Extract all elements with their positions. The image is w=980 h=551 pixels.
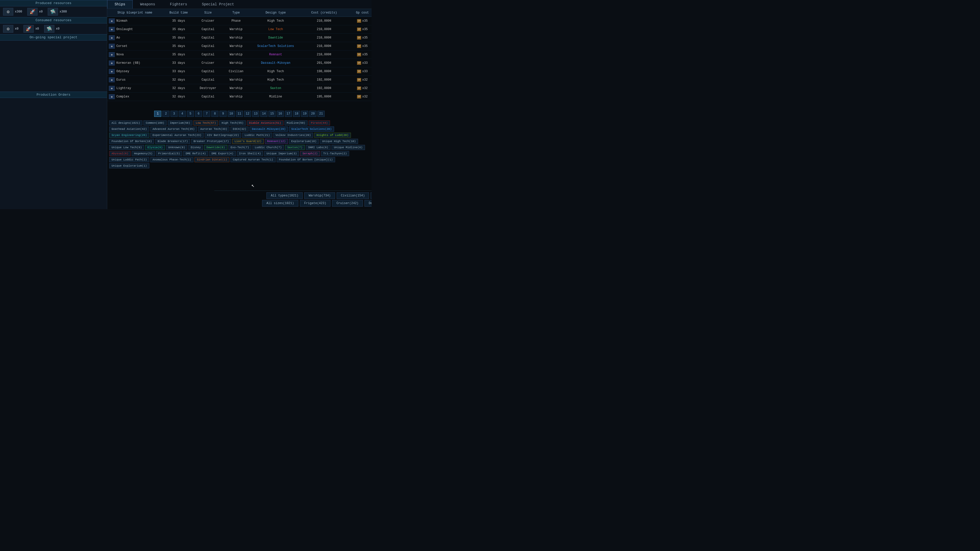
- type-filter-btn[interactable]: All types(1021): [266, 192, 303, 199]
- design-filter-btn[interactable]: Scyan Engineering(26): [109, 133, 149, 138]
- design-filter-btn[interactable]: Primordial(5): [156, 151, 183, 156]
- design-filter-btn[interactable]: Diable Avionics(51): [247, 121, 283, 125]
- design-filter-btn[interactable]: Saxton(7): [285, 145, 305, 150]
- design-filter-btn[interactable]: Elysia(9): [145, 145, 165, 150]
- row-ship-icon: ◈: [109, 52, 115, 57]
- design-filter-btn[interactable]: Tri-Tachyon(2): [321, 151, 349, 156]
- page-btn-6[interactable]: 6: [195, 111, 202, 117]
- tab-weapons[interactable]: Weapons: [133, 0, 162, 9]
- design-filter-btn[interactable]: Unique Low Tech(9): [109, 145, 144, 150]
- tab-ships[interactable]: Ships: [107, 0, 133, 9]
- design-filter-btn[interactable]: Lion's Guard(12): [232, 139, 264, 144]
- page-btn-9[interactable]: 9: [220, 111, 227, 117]
- page-btn-4[interactable]: 4: [179, 111, 186, 117]
- page-btn-14[interactable]: 14: [260, 111, 267, 117]
- page-btn-7[interactable]: 7: [203, 111, 210, 117]
- design-filter-btn[interactable]: Explorarium(10): [289, 139, 319, 144]
- col-header-name: Ship blueprint name: [107, 10, 163, 16]
- design-filter-btn[interactable]: Unknown(9): [166, 145, 187, 150]
- design-filter-btn[interactable]: Breaker Prototype(17): [191, 139, 231, 144]
- design-filter-btn[interactable]: Imperium(58): [168, 121, 192, 125]
- page-btn-11[interactable]: 11: [236, 111, 243, 117]
- design-filter-btn[interactable]: Unique High Tech(10): [320, 139, 358, 144]
- design-filter-btn[interactable]: SNRI Labs(6): [306, 145, 331, 150]
- table-row[interactable]: ◈ Ninmah 35 days Cruiser Phase High Tech…: [107, 17, 372, 25]
- cell-design: High Tech: [250, 68, 301, 74]
- design-filter-btn[interactable]: Blade Breakers(17): [155, 139, 190, 144]
- design-filter-btn[interactable]: All designs(1021): [109, 121, 142, 125]
- design-filter-btn[interactable]: Unique Explorarium(1): [109, 163, 149, 168]
- page-btn-3[interactable]: 3: [170, 111, 178, 117]
- page-btn-21[interactable]: 21: [318, 111, 325, 117]
- design-filter-btn[interactable]: Sindrian Diktat(1): [194, 157, 229, 162]
- design-filter-btn[interactable]: ScalarTech Solutions(28): [289, 127, 334, 132]
- design-filter-btn[interactable]: Volkov Industries(20): [273, 133, 313, 138]
- table-row[interactable]: ◈ Ao 35 days Capital Warship Dawntide 21…: [107, 34, 372, 42]
- design-filter-btn[interactable]: Experimental Auroran Tech(23): [150, 133, 204, 138]
- page-btn-13[interactable]: 13: [252, 111, 259, 117]
- design-filter-btn[interactable]: Low Tech(57): [193, 121, 218, 125]
- design-filter-btn[interactable]: DME Refit(4): [183, 151, 208, 156]
- design-filter-btn[interactable]: Goathead Aviation(42): [109, 127, 149, 132]
- design-filter-btn[interactable]: D3C4(32): [231, 127, 248, 132]
- type-filter-btn[interactable]: Civilian(154): [337, 192, 369, 199]
- table-row[interactable]: ◈ Nova 35 days Capital Warship Remnant 2…: [107, 51, 372, 59]
- page-btn-1[interactable]: 1: [154, 111, 161, 117]
- design-filter-btn[interactable]: Unique Midline(6): [331, 145, 365, 150]
- page-btn-2[interactable]: 2: [162, 111, 169, 117]
- design-filter-btn[interactable]: Midline(50): [285, 121, 308, 125]
- cell-size: Cruiser: [194, 60, 222, 66]
- page-btn-18[interactable]: 18: [293, 111, 300, 117]
- design-filter-btn[interactable]: Unique Luddic Path(2): [109, 157, 149, 162]
- page-btn-16[interactable]: 16: [277, 111, 284, 117]
- size-filter-btn[interactable]: Destroyer(205): [364, 200, 372, 206]
- design-filter-btn[interactable]: Auroran Tech(33): [198, 127, 230, 132]
- page-btn-5[interactable]: 5: [187, 111, 194, 117]
- page-btn-17[interactable]: 17: [285, 111, 292, 117]
- table-row[interactable]: ◈ Onslaught 35 days Capital Warship Low …: [107, 25, 372, 34]
- table-row[interactable]: ◈ Odyssey 33 days Capital Civilian High …: [107, 67, 372, 76]
- design-filter-btn[interactable]: DME Export(4): [209, 151, 236, 156]
- design-filter-btn[interactable]: Unique Imperium(3): [264, 151, 299, 156]
- design-filter-btn[interactable]: High Tech(55): [219, 121, 246, 125]
- design-filter-btn[interactable]: Knights of Ludd(20): [314, 133, 351, 138]
- design-filter-btn[interactable]: Luddic Path(21): [242, 133, 272, 138]
- type-filter-btn[interactable]: Carrier(84): [371, 192, 372, 199]
- table-row[interactable]: ◈ Eurus 32 days Capital Warship High Tec…: [107, 76, 372, 84]
- cell-cost: 195,000¢: [301, 94, 347, 100]
- page-btn-8[interactable]: 8: [211, 111, 218, 117]
- design-filter-btn[interactable]: Seraph(2): [300, 151, 320, 156]
- design-filter-btn[interactable]: Dawntide(8): [204, 145, 228, 150]
- design-filter-btn[interactable]: XIV Battlegroup(22): [205, 133, 241, 138]
- tab-special-project[interactable]: Special Project: [194, 0, 242, 9]
- design-filter-btn[interactable]: Advanced Auroran Tech(35): [150, 127, 197, 132]
- design-filter-btn[interactable]: Exo-Tech(7): [228, 145, 251, 150]
- design-filter-btn[interactable]: Foundation Of Borken [Unique](1): [277, 157, 335, 162]
- table-row[interactable]: ◈ Corset 35 days Capital Warship ScalarT…: [107, 42, 372, 51]
- type-filter-btn[interactable]: Warship(734): [304, 192, 335, 199]
- page-btn-20[interactable]: 20: [309, 111, 317, 117]
- design-filter-btn[interactable]: Pirate(44): [309, 121, 330, 125]
- design-filter-btn[interactable]: Disney: [188, 145, 203, 150]
- size-filter-btn[interactable]: All sizes(1021): [262, 200, 298, 206]
- table-row[interactable]: ◈ Lightray 32 days Destroyer Warship Sax…: [107, 84, 372, 93]
- size-filter-btn[interactable]: Cruiser(242): [332, 200, 363, 206]
- tab-fighters[interactable]: Fighters: [162, 0, 194, 9]
- page-btn-12[interactable]: 12: [244, 111, 251, 117]
- design-filter-btn[interactable]: Common(160): [143, 121, 167, 125]
- size-filter-btn[interactable]: Frigate(423): [300, 200, 331, 206]
- design-filter-btn[interactable]: Iron Shell(4): [237, 151, 263, 156]
- design-filter-btn[interactable]: Foundation Of Borken(18): [109, 139, 154, 144]
- design-filter-btn[interactable]: Hegemony(5): [132, 151, 155, 156]
- table-row[interactable]: ◈ Complex 32 days Capital Warship Midlin…: [107, 93, 372, 101]
- design-filter-btn[interactable]: Abyssal(6): [109, 151, 130, 156]
- page-btn-19[interactable]: 19: [301, 111, 308, 117]
- design-filter-btn[interactable]: Remnant(12): [265, 139, 288, 144]
- design-filter-btn[interactable]: Captured Auroran Tech(1): [231, 157, 275, 162]
- design-filter-btn[interactable]: Anomalous Phase-Tech(1): [150, 157, 194, 162]
- table-row[interactable]: ◈ Kormoran (6B) 33 days Cruiser Warship …: [107, 59, 372, 67]
- design-filter-btn[interactable]: Dassault-Mikoyan(29): [250, 127, 288, 132]
- page-btn-15[interactable]: 15: [269, 111, 275, 117]
- design-filter-btn[interactable]: Luddic Church(7): [252, 145, 284, 150]
- page-btn-10[interactable]: 10: [228, 111, 235, 117]
